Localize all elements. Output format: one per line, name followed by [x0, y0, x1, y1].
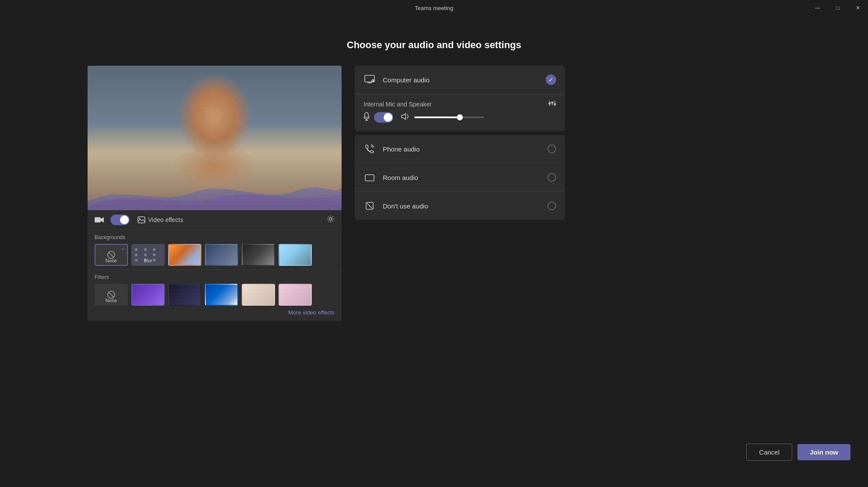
no-audio-label: Don't use audio [383, 202, 540, 210]
mic-volume-row [363, 112, 556, 129]
computer-audio-section: Computer audio ✓ Internal Mic and Speake… [355, 66, 565, 131]
svg-rect-19 [365, 113, 368, 118]
filters-section: Filters None ✓ More video effects [88, 269, 342, 321]
backgrounds-row: None ✓ Blur [95, 244, 335, 266]
room-audio-option[interactable]: Room audio [355, 163, 565, 192]
svg-rect-22 [365, 175, 374, 181]
mic-toggle[interactable] [374, 112, 393, 123]
filter-light-thumb[interactable] [242, 284, 275, 306]
device-name: Internal Mic and Speaker [363, 101, 548, 108]
join-now-button[interactable]: Join now [797, 444, 850, 460]
camera-icon [95, 216, 104, 223]
video-effects-button[interactable]: Video effects [138, 216, 183, 223]
bg-none-check: ✓ [121, 246, 125, 252]
bg-bridge-thumb[interactable] [168, 244, 201, 266]
svg-line-5 [109, 252, 114, 258]
audio-device-row: Internal Mic and Speaker [355, 94, 565, 131]
speaker-icon [401, 113, 410, 122]
computer-audio-option[interactable]: Computer audio ✓ [355, 66, 565, 94]
room-audio-label: Room audio [383, 174, 540, 181]
action-buttons: Cancel Join now [746, 444, 850, 461]
no-audio-option[interactable]: Don't use audio [355, 192, 565, 220]
filter-none-thumb[interactable]: None [95, 284, 128, 306]
volume-fill [414, 116, 460, 118]
bg-blur-thumb[interactable]: Blur [131, 244, 165, 266]
filter-purple-thumb[interactable]: ✓ [131, 284, 165, 306]
video-wave-overlay [88, 175, 342, 210]
no-audio-radio[interactable] [547, 201, 556, 210]
bg-none-thumb[interactable]: None ✓ [95, 244, 128, 266]
window-title: Teams meeting [415, 5, 453, 11]
filter-pink-thumb[interactable] [279, 284, 312, 306]
svg-point-18 [554, 103, 556, 106]
svg-rect-0 [95, 217, 101, 222]
bg-blur-label: Blur [132, 258, 164, 263]
svg-rect-1 [138, 217, 145, 223]
phone-audio-option[interactable]: Phone audio [355, 135, 565, 163]
eq-icon[interactable] [548, 100, 556, 109]
titlebar: Teams meeting — □ ✕ [0, 0, 868, 16]
cancel-button[interactable]: Cancel [746, 444, 792, 461]
bg-mountain-thumb[interactable] [279, 244, 312, 266]
svg-line-7 [109, 292, 114, 297]
no-audio-icon [363, 200, 376, 212]
video-feed [88, 66, 342, 210]
filter-blue-thumb[interactable] [205, 284, 238, 306]
bg-office-thumb[interactable] [205, 244, 238, 266]
computer-audio-icon [363, 74, 376, 86]
video-settings-icon[interactable] [327, 215, 335, 225]
phone-audio-icon [363, 143, 376, 155]
window-controls: — □ ✕ [808, 0, 868, 16]
maximize-button[interactable]: □ [828, 0, 848, 16]
mic-icon [363, 112, 370, 123]
volume-thumb [457, 114, 463, 120]
video-preview [88, 66, 342, 210]
computer-audio-label: Computer audio [383, 76, 539, 84]
filter-purple-check: ✓ [158, 286, 162, 292]
device-label-row: Internal Mic and Speaker [363, 95, 556, 112]
close-button[interactable]: ✕ [848, 0, 868, 16]
svg-point-2 [139, 218, 141, 219]
svg-point-16 [549, 102, 551, 105]
bg-none-label: None [95, 258, 127, 263]
phone-audio-radio[interactable] [547, 145, 556, 153]
audio-options-card: Phone audio Room audio [355, 135, 565, 220]
computer-audio-check: ✓ [546, 74, 556, 85]
room-audio-radio[interactable] [547, 173, 556, 182]
room-audio-icon [363, 171, 376, 184]
backgrounds-label: Backgrounds [95, 234, 335, 240]
filter-none-label: None [95, 298, 127, 303]
video-panel: Video effects Backgrounds None ✓ [88, 66, 342, 321]
video-effects-label: Video effects [148, 216, 183, 223]
svg-point-17 [551, 102, 554, 104]
more-video-effects-link[interactable]: More video effects [95, 306, 335, 318]
svg-point-3 [329, 218, 332, 220]
minimize-button[interactable]: — [808, 0, 828, 16]
video-controls-bar: Video effects [88, 210, 342, 229]
volume-slider[interactable] [414, 116, 484, 118]
page-heading: Choose your audio and video settings [0, 39, 868, 51]
filter-dark-thumb[interactable] [168, 284, 201, 306]
filters-label: Filters [95, 274, 335, 280]
svg-line-26 [367, 203, 372, 208]
audio-panel: Computer audio ✓ Internal Mic and Speake… [355, 66, 565, 220]
backgrounds-section: Backgrounds None ✓ Blur [88, 229, 342, 269]
phone-audio-label: Phone audio [383, 145, 540, 153]
camera-toggle[interactable] [110, 215, 130, 225]
bg-frame-thumb[interactable] [242, 244, 275, 266]
filters-row: None ✓ [95, 284, 335, 306]
